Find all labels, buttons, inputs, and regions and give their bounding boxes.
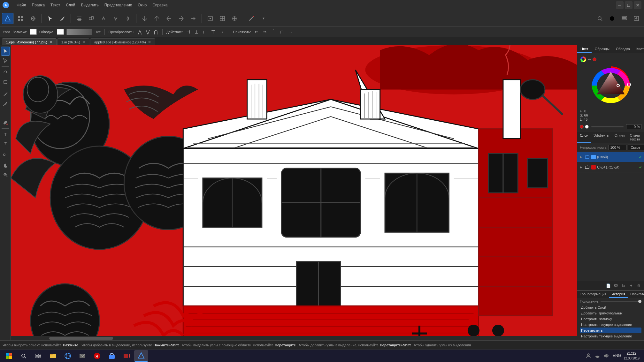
transform-tab[interactable]: Трансформация (577, 291, 609, 298)
toolbar-action3-btn[interactable] (163, 13, 175, 24)
layer-item-1[interactable]: ▶ (Слой) ✓ (577, 152, 644, 162)
toolbar-arrange-btn[interactable] (86, 13, 97, 24)
menu-window[interactable]: Окно (135, 2, 149, 9)
toolbar-snap-btn[interactable] (15, 13, 26, 24)
layer-expand-2[interactable]: ▶ (579, 165, 583, 169)
toolbar-pen-btn[interactable] (57, 13, 68, 24)
scrollbar-thumb[interactable] (49, 337, 113, 340)
toolbar-action2-btn[interactable] (151, 13, 163, 24)
menu-text[interactable]: Текст (48, 2, 63, 9)
taskbar-user-icon[interactable] (585, 351, 592, 360)
panel-fx-icon[interactable]: fx (620, 283, 627, 289)
transform-icon-1[interactable]: ⋀ (137, 29, 142, 35)
tab-1-close[interactable]: ✕ (49, 40, 52, 44)
history-item-4[interactable]: Переместить (580, 328, 641, 333)
panel-doc-icon[interactable]: 📄 (605, 283, 611, 289)
toolbar-transform3-btn[interactable] (122, 13, 134, 24)
panel-add-icon[interactable]: + (628, 283, 634, 289)
effects-tab[interactable]: Эффекты (591, 132, 612, 143)
minimize-button[interactable]: ─ (616, 1, 624, 9)
toolbar-brush-dropdown-btn[interactable]: ▼ (258, 13, 269, 24)
layers-tab[interactable]: Слои (577, 132, 591, 143)
history-item-3[interactable]: Настроить текущее выделение (580, 322, 641, 328)
start-button[interactable] (2, 350, 16, 362)
menu-edit[interactable]: Правка (29, 2, 48, 9)
brushes-tab[interactable]: Кисти (633, 45, 644, 53)
tool-text[interactable]: T (1, 130, 10, 139)
stroke-swatch[interactable] (57, 29, 64, 35)
layer-opacity-input[interactable]: 100 % (609, 145, 626, 150)
transform-icon-3[interactable]: ⋂ (153, 29, 158, 35)
color-wheel-icon[interactable] (580, 56, 587, 63)
text-styles-tab[interactable]: Стили текста (627, 132, 644, 143)
taskbar-explorer-btn[interactable] (46, 350, 60, 362)
taskbar-network-icon[interactable] (594, 351, 601, 360)
toolbar-search-btn[interactable] (594, 13, 606, 24)
snap-icon-5[interactable]: → (287, 29, 294, 35)
eyedropper-icon[interactable]: ✒ (588, 57, 592, 62)
tool-hand[interactable] (1, 161, 10, 170)
toolbar-share-btn[interactable] (27, 13, 39, 24)
toolbar-cursor-btn[interactable] (44, 13, 56, 24)
toolbar-snap3-btn[interactable] (229, 13, 240, 24)
layer-visibility-2[interactable]: ✓ (639, 165, 642, 170)
action-icon-3[interactable]: ⊢ (202, 29, 208, 35)
color-red-dot[interactable] (593, 57, 596, 61)
tab-3-close[interactable]: ✕ (148, 40, 151, 44)
history-item-5[interactable]: Настроить текущее выделение (580, 333, 641, 339)
snap-icon-2[interactable]: ⊃ (262, 29, 268, 35)
taskbar-store-btn[interactable] (105, 350, 119, 362)
tab-2[interactable]: 1.ai (36.3%) ✕ (57, 38, 89, 45)
menu-file[interactable]: Файл (14, 2, 29, 9)
taskbar-volume-icon[interactable] (602, 351, 610, 360)
menu-select[interactable]: Выделить (78, 2, 101, 9)
canvas-area[interactable] (11, 45, 577, 340)
horizontal-scrollbar[interactable] (11, 336, 577, 340)
taskbar-affinity-btn[interactable] (134, 350, 148, 362)
tool-brush[interactable] (1, 109, 10, 117)
blend-select[interactable]: Сквоз Обычный Умножение (628, 145, 644, 150)
snap-icon-4[interactable]: ⊓ (279, 29, 285, 35)
action-icon-5[interactable]: → (218, 29, 225, 35)
taskbar-taskview-button[interactable] (31, 350, 45, 362)
taskbar-time[interactable]: 21:12 12.03.2019 (624, 351, 640, 361)
toolbar-align-btn[interactable] (73, 13, 85, 24)
layer-visibility-1[interactable]: ✓ (639, 155, 642, 159)
layer-item-2[interactable]: ▶ Слой1 (Слой) ✓ (577, 162, 644, 172)
tool-select[interactable] (1, 47, 10, 56)
taskbar-lang[interactable]: ENG (613, 353, 621, 358)
close-button[interactable]: ✕ (634, 1, 641, 9)
color-tab[interactable]: Цвет (577, 45, 592, 53)
toolbar-color-picker-btn[interactable] (606, 13, 618, 24)
snap-icon-3[interactable]: ⌒ (270, 28, 277, 35)
toolbar-action4-btn[interactable] (175, 13, 187, 24)
tool-zoom[interactable] (1, 170, 10, 179)
stroke-tab[interactable]: Обводка (613, 45, 633, 53)
tab-3[interactable]: apple9.eps [Изменено] (128.4%) ✕ (90, 38, 155, 45)
toolbar-layers-btn[interactable] (618, 13, 630, 24)
action-icon-1[interactable]: ⊣ (185, 29, 191, 35)
history-slider[interactable] (601, 301, 641, 302)
stroke-width-slider[interactable] (66, 29, 92, 35)
layer-expand-1[interactable]: ▶ (579, 155, 583, 159)
toolbar-action1-btn[interactable] (139, 13, 150, 24)
toolbar-logo-btn[interactable] (2, 13, 13, 24)
color-dot-red[interactable] (580, 125, 584, 129)
taskbar-yandex-btn[interactable]: Я (90, 350, 104, 362)
taskbar-search-button[interactable] (17, 350, 31, 362)
styles-tab[interactable]: Стили (612, 132, 627, 143)
tab-1[interactable]: 1.eps [Изменено] (77.2%) ✕ (2, 38, 57, 45)
swatches-tab[interactable]: Образцы (592, 45, 613, 53)
tool-subselect[interactable] (1, 56, 10, 65)
toolbar-export-btn[interactable] (631, 13, 642, 24)
history-item-2[interactable]: Настроить заливку (580, 316, 641, 322)
tool-shape[interactable] (1, 151, 10, 160)
history-item-0[interactable]: Добавить Слой (580, 305, 641, 310)
toolbar-snap1-btn[interactable] (204, 13, 216, 24)
tool-pen[interactable] (1, 89, 10, 98)
tab-2-close[interactable]: ✕ (82, 40, 85, 44)
tool-text2[interactable]: T (1, 140, 10, 148)
tool-fill[interactable] (1, 118, 10, 127)
transform-icon-2[interactable]: ⋁ (145, 29, 150, 35)
history-tab[interactable]: История (609, 291, 628, 298)
